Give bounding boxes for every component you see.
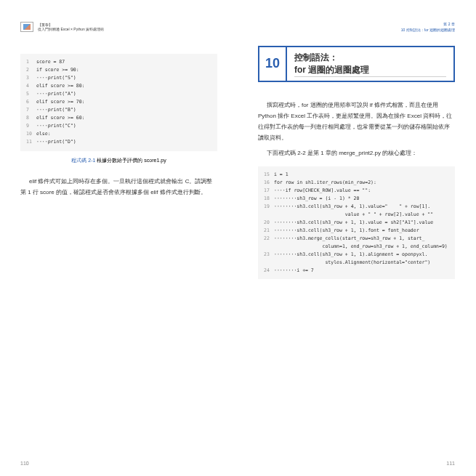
code-line: ········sh3.merge_cells(start_row=sh3_ro… <box>274 235 424 241</box>
code-line: ········sh3.cell(sh3_row + 1, 1).font = … <box>274 227 419 233</box>
code-line: elif score >= 60: <box>36 115 85 121</box>
paragraph: elif 條件式可如上同時存在多個。一旦執行這個程式就會輸出 C。請調整第 1 … <box>20 176 217 198</box>
header-left-line2: 從入門到精通 Excel × Python 資料處理術 <box>38 27 104 31</box>
code-line: column=1, end_row=sh3_row + 1, end_colum… <box>274 243 448 249</box>
chapter-title-line2: for 迴圈的迴圈處理 <box>294 65 369 75</box>
book-spread: 【重學】 從入門到精通 Excel × Python 資料處理術 1score … <box>0 0 476 476</box>
code-line: ········sh3_row = (i - 1) * 20 <box>274 195 359 201</box>
chapter-heading: 10 控制語法： for 迴圈的迴圈處理 <box>258 46 455 82</box>
page-number: 111 <box>446 461 455 466</box>
code-line: ····print("C") <box>36 123 76 129</box>
code-line: elif score >= 80: <box>36 83 85 89</box>
chapter-title-line1: 控制語法： <box>294 52 338 62</box>
code-listing-2-1: 1score = 87 2if score >= 90: 3····print(… <box>20 54 217 151</box>
code-line: ········sh3.cell(sh3_row + 1, 1).value =… <box>274 219 433 225</box>
code-line: ········i += 7 <box>274 267 314 273</box>
header-right: 第 2 章 10 控制語法：for 迴圈的迴圈處理 <box>258 22 455 33</box>
chapter-number: 10 <box>259 47 287 81</box>
caption-text: 根據分數給予評價的 score1.py <box>95 158 166 163</box>
code-line: else: <box>36 131 51 137</box>
page-left: 【重學】 從入門到精通 Excel × Python 資料處理術 1score … <box>0 0 238 476</box>
code-line: if score >= 90: <box>36 67 79 73</box>
code-caption: 程式碼 2-1 根據分數給予評價的 score1.py <box>20 157 217 164</box>
header-left-text: 【重學】 從入門到精通 Excel × Python 資料處理術 <box>38 23 104 31</box>
code-line: score = 87 <box>36 59 65 65</box>
code-line: i = 1 <box>274 172 289 177</box>
paragraph: 撰寫程式時，for 迴圈的使用頻率可說與 if 條件式相當，而且在使用 Pyth… <box>258 100 455 144</box>
code-line: ····print("B") <box>36 107 76 113</box>
header-right-line2: 10 控制語法：for 迴圈的迴圈處理 <box>258 28 455 33</box>
code-line: ····if row[CHECK_ROW].value == "": <box>274 187 371 193</box>
code-line: value + " " + row[2].value + "" <box>274 211 433 217</box>
paragraph: 下面程式碼 2-2 是第 1 章的 merge_print2.py 的核心處理： <box>258 148 455 158</box>
header-right-line1: 第 2 章 <box>258 22 455 28</box>
caption-label: 程式碼 2-1 <box>71 158 95 163</box>
chapter-title: 控制語法： for 迴圈的迴圈處理 <box>287 47 453 81</box>
code-line: for row in sh1.iter_rows(min_row=2): <box>274 179 376 185</box>
logo-icon <box>20 22 33 32</box>
code-listing-2-2: 15i = 1 16for row in sh1.iter_rows(min_r… <box>258 166 455 280</box>
code-line: ········sh3.cell(sh3_row + 1, 1).alignme… <box>274 251 427 257</box>
page-number: 110 <box>20 461 29 466</box>
header-left: 【重學】 從入門到精通 Excel × Python 資料處理術 <box>20 22 217 32</box>
code-line: ····print("A") <box>36 91 76 97</box>
code-line: ········sh3.cell(sh3_row + 4, 1).value="… <box>274 203 430 209</box>
page-right: 第 2 章 10 控制語法：for 迴圈的迴圈處理 10 控制語法： for 迴… <box>238 0 475 476</box>
code-line: ····print("D") <box>36 139 76 145</box>
code-line: styles.Alignment(horizontal="center") <box>274 259 430 265</box>
code-line: elif score >= 70: <box>36 99 85 105</box>
code-line: ····print("S") <box>36 75 76 81</box>
